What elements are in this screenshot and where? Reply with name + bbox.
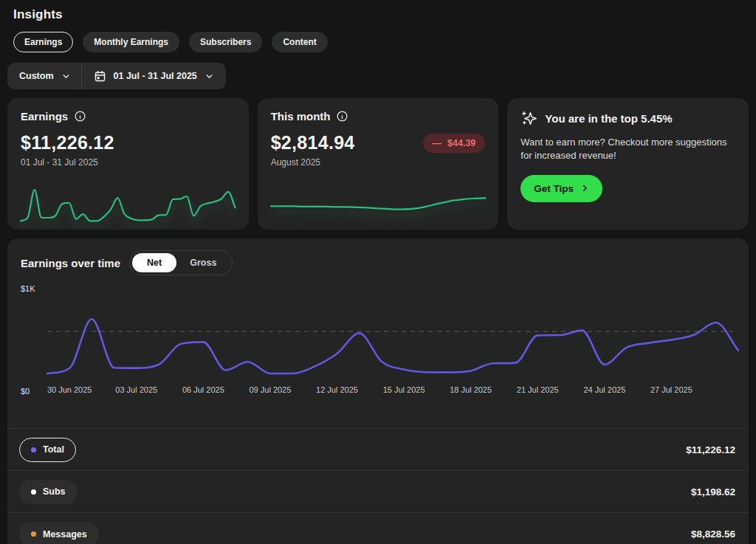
legend-label: Subs <box>43 486 66 497</box>
insights-page: Insights Earnings Monthly Earnings Subsc… <box>0 0 756 544</box>
tab-content[interactable]: Content <box>272 32 327 52</box>
this-month-card: This month $2,814.94 — $44.39 August 202… <box>258 98 499 230</box>
tab-subscribers[interactable]: Subscribers <box>189 32 262 52</box>
chart-title: Earnings over time <box>21 257 120 269</box>
range-preset-dropdown[interactable]: Custom <box>7 63 82 89</box>
earnings-total-value: $11,226.12 <box>21 132 114 154</box>
x-tick-label: 18 Jul 2025 <box>450 385 492 394</box>
legend-pill-total[interactable]: Total <box>19 438 76 462</box>
y-axis-min-label: $0 <box>21 387 47 396</box>
this-month-sparkline <box>271 184 486 225</box>
calendar-icon <box>94 70 106 83</box>
chart-plot-area[interactable] <box>47 284 738 379</box>
chevron-down-icon <box>61 72 71 81</box>
x-tick-label: 21 Jul 2025 <box>517 385 559 394</box>
this-month-period: August 2025 <box>271 157 486 168</box>
earnings-card: Earnings $11,226.12 01 Jul - 31 Jul 2025 <box>7 98 249 230</box>
this-month-value: $2,814.94 <box>271 132 355 154</box>
get-tips-button[interactable]: Get Tips <box>520 175 602 202</box>
earnings-sparkline <box>21 184 236 225</box>
y-axis-labels: $1K $0 <box>16 284 47 397</box>
date-range-label: 01 Jul - 31 Jul 2025 <box>114 71 197 81</box>
chevron-right-icon <box>580 184 589 193</box>
x-tick-label: 15 Jul 2025 <box>383 385 425 394</box>
date-range-picker[interactable]: 01 Jul - 31 Jul 2025 <box>82 63 226 89</box>
date-filter-bar: Custom 01 Jul - 31 Jul 2025 <box>7 63 226 89</box>
legend-value-subs: $1,198.62 <box>691 486 735 497</box>
y-axis-max-label: $1K <box>21 284 47 293</box>
x-tick-label: 27 Jul 2025 <box>650 385 693 394</box>
info-icon[interactable] <box>336 110 348 123</box>
legend-dot <box>31 447 36 452</box>
x-tick-label: 24 Jul 2025 <box>583 385 625 394</box>
this-month-card-title: This month <box>271 110 331 123</box>
earnings-card-title: Earnings <box>21 110 68 123</box>
x-axis-labels: 30 Jun 202503 Jul 202506 Jul 202509 Jul … <box>47 385 738 397</box>
legend-label: Total <box>43 444 64 455</box>
x-tick-label: 12 Jul 2025 <box>316 385 358 394</box>
legend-pill-messages[interactable]: Messages <box>19 522 99 544</box>
x-tick-label: 30 Jun 2025 <box>47 385 92 394</box>
line-chart: $1K $0 30 Jun 202503 Jul 202506 Jul 2025… <box>7 275 749 397</box>
tips-card-title: You are in the top 5.45% <box>545 112 672 125</box>
tips-card: You are in the top 5.45% Want to earn mo… <box>507 98 749 230</box>
toggle-option-net[interactable]: Net <box>132 253 176 272</box>
legend-pill-subs[interactable]: Subs <box>19 480 78 504</box>
earnings-period: 01 Jul - 31 Jul 2025 <box>21 157 236 168</box>
x-tick-label: 03 Jul 2025 <box>115 385 157 394</box>
x-tick-label: 09 Jul 2025 <box>249 385 291 394</box>
tab-monthly-earnings[interactable]: Monthly Earnings <box>83 32 179 52</box>
legend-dot <box>31 489 36 495</box>
badge-amount: $44.39 <box>447 138 475 148</box>
x-tick-label: 06 Jul 2025 <box>182 385 224 394</box>
tab-earnings[interactable]: Earnings <box>13 32 73 52</box>
page-title: Insights <box>13 7 749 22</box>
get-tips-label: Get Tips <box>534 183 574 194</box>
legend-rows: Total $11,226.12 Subs $1,198.62 Messages… <box>7 428 749 544</box>
table-row-total: Total $11,226.12 <box>7 429 749 471</box>
toggle-option-gross[interactable]: Gross <box>176 258 230 268</box>
tips-card-body: Want to earn more? Checkout more suggest… <box>520 136 735 163</box>
badge-minus-sign: — <box>433 138 442 148</box>
earnings-over-time-panel: Earnings over time Net Gross $1K $0 30 J… <box>7 238 749 544</box>
chevron-down-icon <box>205 72 214 81</box>
sparkle-icon <box>520 110 537 127</box>
summary-cards: Earnings $11,226.12 01 Jul - 31 Jul 2025… <box>7 98 749 230</box>
net-gross-toggle: Net Gross <box>129 250 233 275</box>
legend-label: Messages <box>43 529 87 540</box>
insights-tabs: Earnings Monthly Earnings Subscribers Co… <box>13 32 749 52</box>
legend-value-total: $11,226.12 <box>686 444 735 455</box>
legend-dot <box>31 531 36 537</box>
legend-value-messages: $8,828.56 <box>691 528 735 540</box>
range-preset-label: Custom <box>19 71 54 81</box>
info-icon[interactable] <box>74 110 86 123</box>
negative-delta-badge: — $44.39 <box>423 134 486 153</box>
table-row-subs: Subs $1,198.62 <box>7 471 749 513</box>
table-row-messages: Messages $8,828.56 <box>7 513 749 544</box>
